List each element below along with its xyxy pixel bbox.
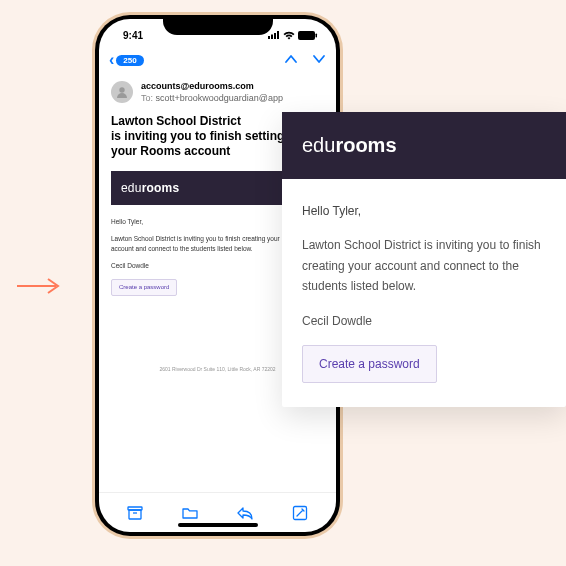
svg-rect-6	[316, 33, 318, 37]
prev-message-button[interactable]	[284, 52, 298, 69]
status-time: 9:41	[123, 30, 143, 41]
svg-rect-2	[271, 35, 273, 40]
wifi-icon	[283, 31, 295, 40]
create-password-button[interactable]: Create a password	[111, 279, 177, 296]
svg-rect-4	[277, 31, 279, 39]
zoom-body: Hello Tyler, Lawton School District is i…	[282, 179, 566, 407]
next-message-button[interactable]	[312, 52, 326, 69]
reply-button[interactable]	[235, 503, 255, 523]
signal-icon	[268, 31, 280, 39]
sender-from: accounts@edurooms.com	[141, 81, 283, 93]
svg-rect-3	[274, 33, 276, 39]
archive-button[interactable]	[125, 503, 145, 523]
back-button[interactable]: ‹ 250	[109, 51, 144, 69]
home-indicator	[178, 523, 258, 527]
avatar-icon	[111, 81, 133, 103]
mail-nav-bar: ‹ 250	[99, 45, 336, 75]
svg-rect-1	[268, 36, 270, 39]
folder-button[interactable]	[180, 503, 200, 523]
zoom-greeting: Hello Tyler,	[302, 201, 546, 221]
sender-to: To: scott+brookwoodguardian@app	[141, 93, 283, 105]
inbox-count-badge: 250	[116, 55, 143, 66]
svg-rect-5	[298, 31, 315, 40]
arrow-right-icon	[16, 276, 61, 296]
svg-rect-9	[129, 510, 141, 519]
phone-notch	[163, 15, 273, 35]
zoom-brand-banner: edurooms	[282, 112, 566, 179]
zoom-student: Cecil Dowdle	[302, 311, 546, 331]
battery-icon	[298, 31, 318, 40]
svg-point-7	[119, 87, 124, 92]
compose-button[interactable]	[290, 503, 310, 523]
zoom-body-text: Lawton School District is inviting you t…	[302, 235, 546, 296]
zoom-card: edurooms Hello Tyler, Lawton School Dist…	[282, 112, 566, 407]
zoom-create-password-button[interactable]: Create a password	[302, 345, 437, 383]
sender-row: accounts@edurooms.com To: scott+brookwoo…	[111, 81, 324, 104]
chevron-left-icon: ‹	[109, 51, 114, 69]
status-icons: 100	[268, 31, 318, 40]
